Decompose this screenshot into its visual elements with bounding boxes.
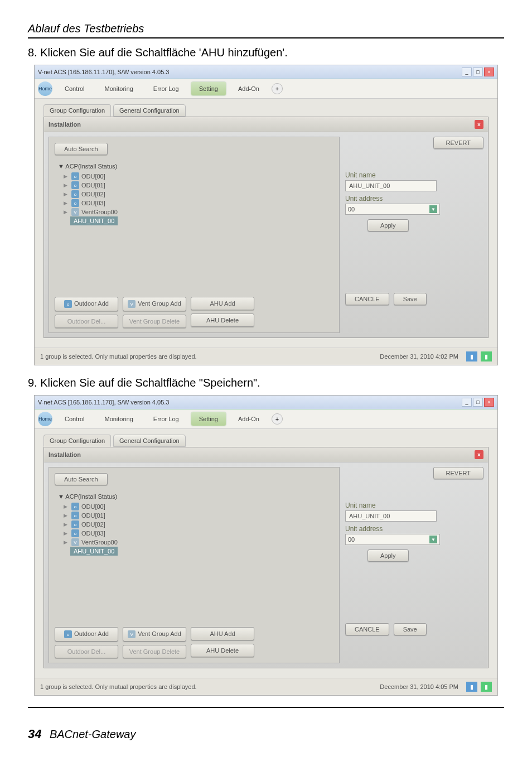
- tree-node-selected[interactable]: AHU_UNIT_00: [70, 547, 118, 556]
- tree-root[interactable]: ▼ ACP(Install Status): [58, 493, 333, 500]
- nav-errorlog[interactable]: Error Log: [146, 82, 187, 95]
- close-icon[interactable]: ×: [484, 398, 494, 407]
- ventgroup-del-button[interactable]: Vent Group Delete: [123, 315, 186, 328]
- nav-home[interactable]: Home: [38, 412, 52, 426]
- nav-control[interactable]: Control: [57, 412, 92, 426]
- navbar: Home Control Monitoring Error Log Settin…: [35, 409, 497, 429]
- ahu-delete-button[interactable]: AHU Delete: [191, 644, 254, 657]
- properties-pane: REVERT Unit name AHU_UNIT_00 Unit addres…: [345, 137, 483, 333]
- revert-button[interactable]: REVERT: [433, 467, 483, 479]
- auto-search-button[interactable]: Auto Search: [55, 143, 108, 155]
- cancel-button[interactable]: CANCLE: [345, 293, 389, 305]
- ventgroup-add-button[interactable]: VVent Group Add: [123, 297, 186, 312]
- cancel-button[interactable]: CANCLE: [345, 623, 389, 635]
- status-date: December 31, 2010 4:02 PM: [380, 353, 458, 360]
- unit-address-label: Unit address: [345, 525, 483, 533]
- ahu-add-button[interactable]: AHU Add: [191, 297, 254, 310]
- action-button-grid: oOutdoor Add Outdoor Del... VVent Group …: [55, 627, 254, 659]
- tree: ▼ ACP(Install Status) ▶oODU[00] ▶oODU[01…: [57, 493, 333, 556]
- panel-close-icon[interactable]: ×: [475, 450, 483, 459]
- tree-node-label: VentGroup00: [81, 209, 118, 215]
- tab-group-config[interactable]: Group Configuration: [43, 104, 111, 117]
- tree-node-odu01[interactable]: ▶oODU[01]: [62, 511, 333, 520]
- tab-group-config[interactable]: Group Configuration: [43, 435, 111, 447]
- body-area: Group Configuration General Configuratio…: [35, 429, 497, 678]
- status-icon-blue[interactable]: ▮: [466, 682, 477, 692]
- tree-node-odu02[interactable]: ▶oODU[02]: [62, 520, 333, 529]
- subtabs: Group Configuration General Configuratio…: [43, 104, 489, 117]
- panel-close-icon[interactable]: ×: [475, 120, 483, 129]
- panel-body: Auto Search ▼ ACP(Install Status) ▶oODU[…: [44, 462, 488, 668]
- ahu-add-button[interactable]: AHU Add: [191, 627, 254, 640]
- outdoor-del-button[interactable]: Outdoor Del...: [55, 315, 118, 328]
- tree-node-odu00[interactable]: ▶oODU[00]: [62, 502, 333, 511]
- nav-setting[interactable]: Setting: [191, 82, 226, 95]
- nav-addon[interactable]: Add-On: [230, 82, 267, 95]
- tree-node-label: ODU[02]: [81, 521, 105, 528]
- odu-icon: o: [71, 199, 79, 207]
- outdoor-add-button[interactable]: oOutdoor Add: [55, 297, 118, 312]
- button-label: Vent Group Add: [138, 300, 181, 307]
- tree-node-odu01[interactable]: ▶oODU[01]: [62, 181, 333, 190]
- ventgroup-del-button[interactable]: Vent Group Delete: [123, 645, 186, 658]
- odu-icon: o: [71, 190, 79, 198]
- nav-addon[interactable]: Add-On: [230, 412, 267, 426]
- nav-errorlog[interactable]: Error Log: [146, 412, 187, 426]
- tree-node-odu03[interactable]: ▶oODU[03]: [62, 199, 333, 208]
- minimize-icon[interactable]: _: [462, 68, 472, 76]
- tree-node-label: ODU[00]: [81, 503, 105, 510]
- tree-node-odu00[interactable]: ▶oODU[00]: [62, 172, 333, 181]
- odu-icon: o: [71, 172, 79, 180]
- footer-divider: [28, 707, 504, 708]
- ahu-delete-button[interactable]: AHU Delete: [191, 314, 254, 327]
- nav-monitoring[interactable]: Monitoring: [96, 412, 141, 426]
- unit-name-field[interactable]: AHU_UNIT_00: [345, 180, 437, 191]
- apply-button[interactable]: Apply: [367, 549, 409, 562]
- status-icon-blue[interactable]: ▮: [466, 351, 477, 361]
- tree-node-ventgroup[interactable]: ▶VVentGroup00: [62, 208, 333, 216]
- minimize-icon[interactable]: _: [462, 398, 472, 407]
- vent-icon: V: [71, 208, 79, 216]
- tree-root[interactable]: ▼ ACP(Install Status): [58, 163, 333, 170]
- close-icon[interactable]: ×: [484, 68, 494, 76]
- maximize-icon[interactable]: □: [473, 68, 483, 76]
- unit-name-field[interactable]: AHU_UNIT_00: [345, 510, 437, 522]
- nav-control[interactable]: Control: [57, 82, 92, 95]
- tree-node-label: VentGroup00: [81, 539, 118, 546]
- tab-general-config[interactable]: General Configuration: [113, 435, 186, 447]
- body-area: Group Configuration General Configuratio…: [35, 99, 497, 348]
- nav-add-icon[interactable]: +: [272, 413, 283, 425]
- select-value: 00: [348, 536, 355, 543]
- nav-home[interactable]: Home: [38, 81, 52, 96]
- auto-search-button[interactable]: Auto Search: [55, 473, 108, 485]
- odu-icon: o: [64, 630, 72, 638]
- status-icon-green[interactable]: ▮: [481, 351, 492, 361]
- save-button[interactable]: Save: [394, 623, 427, 635]
- unit-address-label: Unit address: [345, 195, 483, 203]
- ventgroup-add-button[interactable]: VVent Group Add: [123, 627, 186, 642]
- nav-setting[interactable]: Setting: [191, 412, 226, 426]
- tree-node-odu02[interactable]: ▶oODU[02]: [62, 190, 333, 199]
- save-button[interactable]: Save: [394, 293, 427, 305]
- tree-node-ventgroup[interactable]: ▶VVentGroup00: [62, 538, 333, 547]
- unit-name-label: Unit name: [345, 171, 483, 179]
- nav-monitoring[interactable]: Monitoring: [96, 82, 141, 95]
- tree-node-odu03[interactable]: ▶oODU[03]: [62, 529, 333, 538]
- outdoor-del-button[interactable]: Outdoor Del...: [55, 645, 118, 658]
- tab-general-config[interactable]: General Configuration: [113, 104, 186, 117]
- unit-address-select[interactable]: 00▼: [345, 204, 440, 215]
- statusbar: 1 group is selected. Only mutual propert…: [35, 678, 497, 695]
- tree-root-label: ACP(Install Status): [65, 493, 117, 500]
- step-8: 8. Klicken Sie auf die Schaltfläche 'AHU…: [28, 46, 504, 59]
- status-icon-green[interactable]: ▮: [481, 682, 492, 692]
- select-value: 00: [348, 206, 355, 213]
- unit-address-select[interactable]: 00▼: [345, 534, 440, 545]
- panel-title-text: Installation: [49, 451, 81, 458]
- outdoor-add-button[interactable]: oOutdoor Add: [55, 627, 118, 642]
- apply-button[interactable]: Apply: [367, 219, 409, 232]
- navbar: Home Control Monitoring Error Log Settin…: [35, 79, 497, 99]
- maximize-icon[interactable]: □: [473, 398, 483, 407]
- tree-node-selected[interactable]: AHU_UNIT_00: [70, 216, 118, 225]
- revert-button[interactable]: REVERT: [433, 137, 483, 149]
- nav-add-icon[interactable]: +: [272, 83, 283, 94]
